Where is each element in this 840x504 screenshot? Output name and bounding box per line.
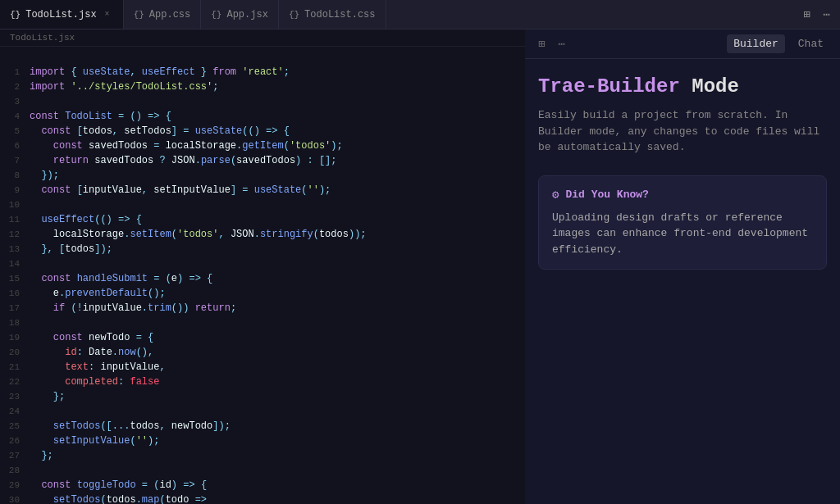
line-number: 23 (0, 389, 30, 404)
line-number: 14 (0, 257, 30, 271)
tab-chat[interactable]: Chat (792, 34, 830, 53)
panel-more-icon[interactable]: ⋯ (555, 35, 568, 52)
line-number: 13 (0, 242, 30, 257)
line-content: }); (30, 168, 525, 183)
right-panel: ⊞ ⋯ Builder Chat Trae-Builder Mode Easil… (525, 30, 840, 504)
file-icon: {} (289, 10, 299, 20)
table-row: 23 }; (0, 389, 525, 404)
file-icon: {} (211, 10, 221, 20)
line-content (30, 198, 525, 212)
tab-builder[interactable]: Builder (727, 34, 785, 53)
table-row: 10 (0, 198, 525, 212)
tab-app-jsx[interactable]: {} App.jsx (201, 0, 279, 29)
code-area[interactable]: 1 import { useState, useEffect } from 'r… (0, 47, 525, 504)
line-number: 30 (0, 493, 30, 504)
line-content: const handleSubmit = (e) => { (30, 271, 525, 286)
line-content: localStorage.setItem('todos', JSON.strin… (30, 227, 525, 242)
line-content: completed: false (30, 375, 525, 389)
line-content (30, 50, 525, 65)
line-content (30, 404, 525, 419)
table-row: 17 if (!inputValue.trim()) return; (0, 301, 525, 316)
line-content: setTodos([...todos, newTodo]); (30, 419, 525, 434)
table-row: 22 completed: false (0, 375, 525, 389)
panel-content: Trae-Builder Mode Easily build a project… (525, 59, 840, 504)
table-row: 20 id: Date.now(), (0, 345, 525, 360)
editor-panel: TodoList.jsx 1 import { useState, useEff… (0, 30, 525, 504)
line-content: setTodos(todos.map(todo => (30, 493, 525, 504)
breadcrumb: TodoList.jsx (0, 30, 525, 47)
builder-title: Trae-Builder Mode (538, 75, 827, 98)
table-row: 15 const handleSubmit = (e) => { (0, 271, 525, 286)
code-line-empty-top (0, 50, 525, 65)
did-you-know-text: Uploading design drafts or reference ima… (552, 210, 813, 258)
table-row: 5 const [todos, setTodos] = useState(() … (0, 124, 525, 138)
line-number: 21 (0, 360, 30, 375)
line-content: const [todos, setTodos] = useState(() =>… (30, 124, 525, 138)
table-row: 11 useEffect(() => { (0, 212, 525, 227)
file-icon: {} (10, 10, 21, 20)
line-content: const savedTodos = localStorage.getItem(… (30, 138, 525, 153)
tab-label: TodoList.jsx (25, 9, 96, 20)
line-content: }; (30, 448, 525, 463)
line-content: e.preventDefault(); (30, 286, 525, 301)
table-row: 26 setInputValue(''); (0, 434, 525, 448)
line-number: 7 (0, 153, 30, 168)
line-number: 17 (0, 301, 30, 316)
line-number: 18 (0, 316, 30, 330)
line-number: 11 (0, 212, 30, 227)
table-row: 24 (0, 404, 525, 419)
table-row: 16 e.preventDefault(); (0, 286, 525, 301)
right-panel-header: ⊞ ⋯ Builder Chat (525, 30, 840, 59)
line-content: const newTodo = { (30, 330, 525, 345)
split-editor-button[interactable]: ⊞ (800, 6, 813, 23)
table-row: 3 (0, 94, 525, 109)
tab-todolist-jsx[interactable]: {} TodoList.jsx × (0, 0, 124, 29)
line-number: 6 (0, 138, 30, 153)
panel-layout-icon[interactable]: ⊞ (535, 35, 548, 52)
line-number: 25 (0, 419, 30, 434)
table-row: 18 (0, 316, 525, 330)
table-row: 7 return savedTodos ? JSON.parse(savedTo… (0, 153, 525, 168)
line-number: 24 (0, 404, 30, 419)
line-number: 20 (0, 345, 30, 360)
line-content: import '../styles/TodoList.css'; (30, 79, 525, 94)
line-content: const [inputValue, setInputValue] = useS… (30, 183, 525, 198)
table-row: 27 }; (0, 448, 525, 463)
line-content: id: Date.now(), (30, 345, 525, 360)
line-number: 16 (0, 286, 30, 301)
line-number: 27 (0, 448, 30, 463)
line-content: import { useState, useEffect } from 'rea… (30, 65, 525, 79)
builder-title-normal: Mode (680, 75, 739, 98)
table-row: 25 setTodos([...todos, newTodo]); (0, 419, 525, 434)
table-row: 12 localStorage.setItem('todos', JSON.st… (0, 227, 525, 242)
line-content: useEffect(() => { (30, 212, 525, 227)
line-content: text: inputValue, (30, 360, 525, 375)
table-row: 2 import '../styles/TodoList.css'; (0, 79, 525, 94)
table-row: 21 text: inputValue, (0, 360, 525, 375)
tab-label: App.css (149, 9, 190, 20)
line-content (30, 316, 525, 330)
line-number: 12 (0, 227, 30, 242)
line-content: }; (30, 389, 525, 404)
table-row: 19 const newTodo = { (0, 330, 525, 345)
line-number: 5 (0, 124, 30, 138)
line-content: }, [todos]); (30, 242, 525, 257)
main-content: TodoList.jsx 1 import { useState, useEff… (0, 30, 840, 504)
tab-todolist-css[interactable]: {} TodoList.css (279, 0, 386, 29)
line-number: 22 (0, 375, 30, 389)
table-row: 8 }); (0, 168, 525, 183)
line-number: 9 (0, 183, 30, 198)
line-number: 1 (0, 65, 30, 79)
table-row: 30 setTodos(todos.map(todo => (0, 493, 525, 504)
line-number: 15 (0, 271, 30, 286)
tab-app-css[interactable]: {} App.css (124, 0, 202, 29)
file-icon: {} (134, 10, 144, 20)
line-number: 2 (0, 79, 30, 94)
more-options-button[interactable]: ⋯ (820, 6, 833, 23)
line-content (30, 94, 525, 109)
line-content (30, 463, 525, 478)
builder-title-highlight: Trae-Builder (538, 75, 680, 98)
line-content (30, 257, 525, 271)
tab-close-button[interactable]: × (102, 9, 113, 20)
did-you-know-card: ⚙ Did You Know? Uploading design drafts … (538, 175, 827, 270)
